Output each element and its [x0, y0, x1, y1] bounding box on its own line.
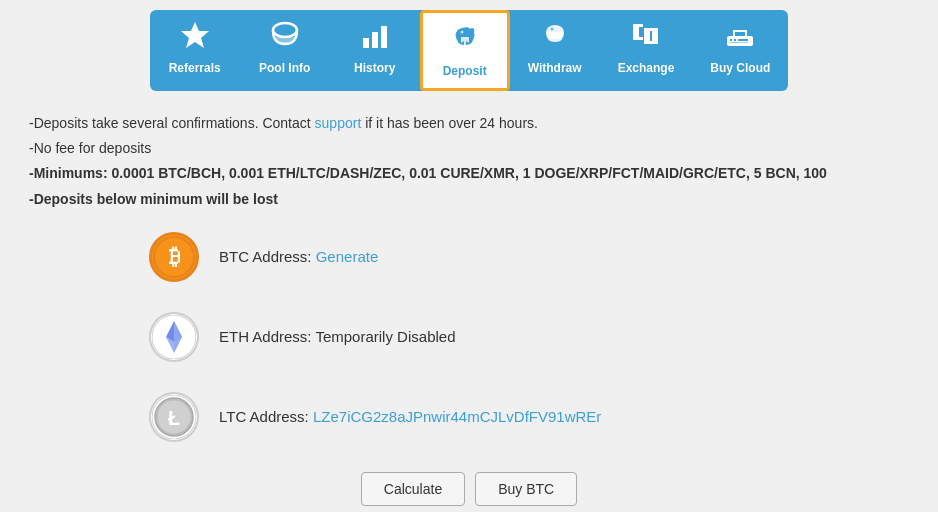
svg-point-1	[273, 23, 297, 37]
svg-rect-2	[363, 38, 369, 48]
svg-rect-4	[381, 26, 387, 48]
buy-btc-button[interactable]: Buy BTC	[475, 472, 577, 506]
ltc-address-text: LTC Address: LZe7iCG2z8aJPnwir44mCJLvDfF…	[219, 408, 601, 425]
svg-point-6	[460, 31, 463, 34]
withdraw-icon	[540, 20, 570, 57]
referrals-label: Referrals	[169, 61, 221, 75]
svg-rect-18	[734, 39, 736, 41]
svg-rect-17	[730, 39, 732, 41]
navigation-bar: Referrals Pool Info History	[10, 10, 928, 91]
buy-cloud-icon	[725, 20, 755, 57]
nav-item-buy-cloud[interactable]: Buy Cloud	[692, 10, 788, 91]
svg-rect-22	[735, 32, 745, 36]
svg-text:Ł: Ł	[168, 407, 180, 429]
svg-rect-11	[633, 37, 643, 40]
info-section: -Deposits take several confirmations. Co…	[29, 111, 909, 212]
svg-text:₿: ₿	[169, 244, 180, 269]
deposit-label: Deposit	[443, 64, 487, 78]
deposit-icon	[450, 23, 480, 60]
eth-row: ETH Address: Temporarily Disabled	[29, 312, 909, 362]
eth-address-text: ETH Address: Temporarily Disabled	[219, 328, 456, 345]
ltc-row: Ł LTC Address: LZe7iCG2z8aJPnwir44mCJLvD…	[29, 392, 909, 442]
svg-rect-10	[633, 24, 643, 27]
info-line-4: -Deposits below minimum will be lost	[29, 187, 909, 212]
history-label: History	[354, 61, 395, 75]
pool-info-icon	[270, 20, 300, 57]
btc-row: ₿ BTC Address: Generate	[29, 232, 909, 282]
btc-generate-link[interactable]: Generate	[316, 248, 379, 265]
nav-item-history[interactable]: History	[330, 10, 420, 91]
nav-item-withdraw[interactable]: Withdraw	[510, 10, 600, 91]
svg-rect-20	[730, 42, 748, 43]
svg-point-8	[550, 28, 553, 31]
info-line-2: -No fee for deposits	[29, 136, 909, 161]
ltc-icon: Ł	[149, 392, 199, 442]
eth-icon	[149, 312, 199, 362]
svg-rect-3	[372, 32, 378, 48]
btc-address-text: BTC Address: Generate	[219, 248, 378, 265]
history-icon	[360, 20, 390, 57]
calculate-button[interactable]: Calculate	[361, 472, 465, 506]
btc-icon: ₿	[149, 232, 199, 282]
nav-container: Referrals Pool Info History	[150, 10, 789, 91]
buy-cloud-label: Buy Cloud	[710, 61, 770, 75]
ltc-address-link[interactable]: LZe7iCG2z8aJPnwir44mCJLvDfFV91wREr	[313, 408, 601, 425]
nav-item-pool-info[interactable]: Pool Info	[240, 10, 330, 91]
svg-rect-19	[738, 39, 748, 41]
support-link[interactable]: support	[315, 115, 362, 131]
nav-item-deposit[interactable]: Deposit	[420, 10, 510, 91]
info-line-1: -Deposits take several confirmations. Co…	[29, 111, 909, 136]
exchange-icon	[631, 20, 661, 57]
svg-rect-15	[652, 28, 658, 44]
svg-marker-0	[181, 22, 209, 48]
nav-item-referrals[interactable]: Referrals	[150, 10, 240, 91]
info-line-3: -Minimums: 0.0001 BTC/BCH, 0.001 ETH/LTC…	[29, 161, 909, 186]
main-content: -Deposits take several confirmations. Co…	[19, 111, 919, 506]
nav-item-exchange[interactable]: Exchange	[600, 10, 693, 91]
action-buttons: Calculate Buy BTC	[29, 472, 909, 506]
exchange-label: Exchange	[618, 61, 675, 75]
referrals-icon	[180, 20, 210, 57]
pool-info-label: Pool Info	[259, 61, 310, 75]
withdraw-label: Withdraw	[528, 61, 582, 75]
